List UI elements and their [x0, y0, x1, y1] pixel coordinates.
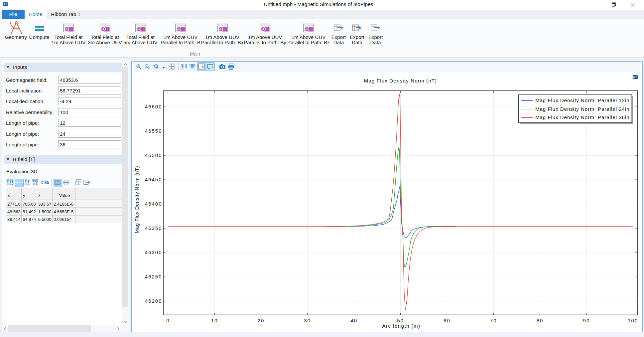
svg-text:Mag Flux Density Norm: Paralle: Mag Flux Density Norm: Parallel 36in — [535, 114, 630, 120]
svg-text:46200: 46200 — [145, 298, 162, 304]
svg-text:40: 40 — [350, 318, 357, 323]
svg-text:46300: 46300 — [145, 250, 162, 255]
svg-text:70: 70 — [490, 318, 497, 323]
svg-text:60: 60 — [444, 318, 451, 323]
svg-text:46450: 46450 — [145, 177, 162, 182]
svg-text:90: 90 — [583, 318, 590, 323]
svg-text:Mag Flux Density Norm: Paralle: Mag Flux Density Norm: Parallel 12in — [535, 97, 630, 103]
svg-text:46400: 46400 — [145, 201, 162, 207]
svg-text:30: 30 — [304, 318, 311, 323]
svg-text:80: 80 — [537, 318, 544, 323]
svg-text:46500: 46500 — [145, 152, 162, 158]
svg-text:46550: 46550 — [145, 128, 162, 134]
svg-text:Mag Flux Density Norm (nT): Mag Flux Density Norm (nT) — [364, 78, 437, 84]
svg-text:Arc length (m): Arc length (m) — [382, 323, 420, 329]
svg-text:50: 50 — [397, 318, 404, 323]
svg-text:46350: 46350 — [145, 225, 162, 231]
svg-text:Mag Flux Density Norm: Paralle: Mag Flux Density Norm: Parallel 24in — [535, 106, 630, 112]
svg-text:10: 10 — [211, 318, 218, 323]
svg-text:46600: 46600 — [145, 104, 162, 109]
svg-text:100: 100 — [628, 318, 638, 323]
svg-text:20: 20 — [258, 318, 265, 323]
svg-text:46250: 46250 — [145, 274, 162, 279]
svg-text:0: 0 — [166, 318, 170, 323]
svg-text:Mag Flux Density Norm (nT): Mag Flux Density Norm (nT) — [134, 166, 140, 234]
